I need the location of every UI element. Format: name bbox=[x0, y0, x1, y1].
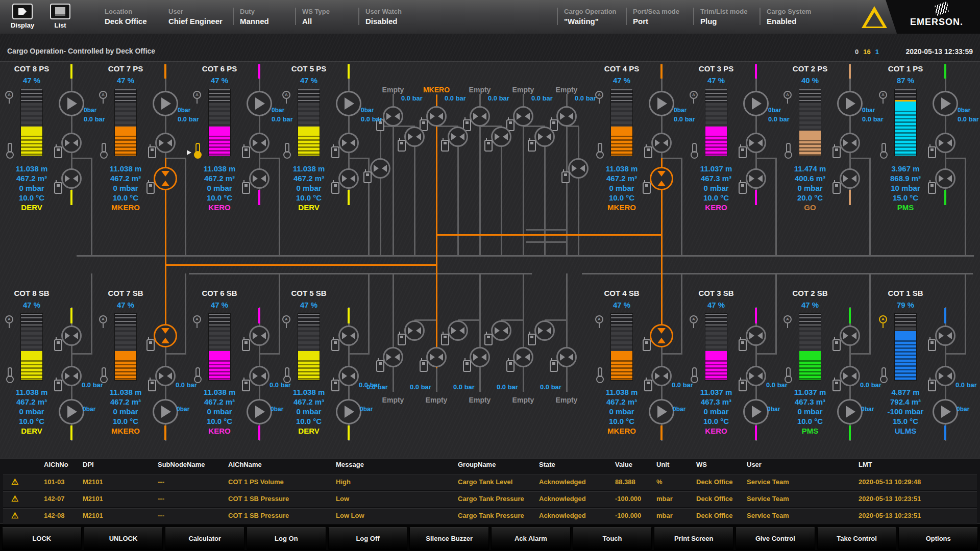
pump-icon[interactable] bbox=[336, 399, 361, 424]
tank-gauge[interactable] bbox=[799, 313, 821, 381]
valve-icon[interactable] bbox=[534, 127, 555, 147]
valve-icon[interactable] bbox=[935, 366, 955, 386]
valve-icon[interactable] bbox=[534, 320, 555, 341]
open-valve-icon[interactable] bbox=[650, 324, 673, 347]
valve-icon[interactable] bbox=[155, 366, 176, 386]
tank-gauge[interactable] bbox=[298, 89, 320, 156]
valve-icon[interactable] bbox=[935, 133, 955, 153]
valve-icon[interactable] bbox=[61, 366, 82, 386]
valve-icon[interactable] bbox=[470, 347, 490, 367]
tank-gauge[interactable] bbox=[799, 89, 821, 156]
tank-gauge[interactable] bbox=[20, 313, 43, 381]
tank-gauge[interactable] bbox=[705, 89, 727, 156]
valve-icon[interactable] bbox=[746, 133, 766, 153]
pump-icon[interactable] bbox=[933, 91, 958, 116]
valve-icon[interactable] bbox=[61, 168, 82, 189]
datetime: 2020-05-13 12:33:59 bbox=[905, 47, 973, 56]
footer-button-log-on[interactable]: Log On bbox=[247, 528, 326, 550]
valve-icon[interactable] bbox=[404, 320, 425, 341]
tank-gauge[interactable] bbox=[298, 313, 320, 381]
tank-gauge[interactable] bbox=[208, 313, 231, 381]
valve-icon[interactable] bbox=[651, 366, 672, 386]
valve-icon[interactable] bbox=[404, 127, 425, 147]
footer-button-unlock[interactable]: UNLOCK bbox=[84, 528, 163, 550]
tank-gauge[interactable] bbox=[894, 313, 917, 381]
footer-button-options[interactable]: Options bbox=[898, 528, 978, 550]
valve-icon[interactable] bbox=[491, 127, 511, 147]
valve-icon[interactable] bbox=[448, 127, 468, 147]
pump-icon[interactable] bbox=[933, 399, 958, 424]
valve-icon[interactable] bbox=[840, 133, 860, 153]
open-valve-icon[interactable] bbox=[650, 167, 673, 190]
tank-gauge[interactable] bbox=[610, 89, 633, 156]
pump-icon[interactable] bbox=[59, 399, 84, 424]
pump-icon[interactable] bbox=[837, 91, 863, 116]
tank-gauge[interactable] bbox=[610, 313, 633, 381]
pump-icon[interactable] bbox=[837, 399, 863, 424]
footer-button-log-off[interactable]: Log Off bbox=[328, 528, 408, 550]
valve-icon[interactable] bbox=[370, 158, 390, 179]
tank-gauge[interactable] bbox=[705, 313, 727, 381]
screen bbox=[835, 382, 838, 384]
valve-icon[interactable] bbox=[513, 106, 533, 127]
footer-button-touch[interactable]: Touch bbox=[573, 528, 652, 550]
valve-icon[interactable] bbox=[338, 133, 359, 153]
pump-icon[interactable] bbox=[649, 399, 674, 424]
valve-icon[interactable] bbox=[651, 133, 672, 153]
pump-icon[interactable] bbox=[743, 91, 769, 116]
tank-gauge[interactable] bbox=[114, 313, 137, 381]
valve-icon[interactable] bbox=[383, 106, 403, 127]
pump-icon[interactable] bbox=[247, 91, 272, 116]
valve-icon[interactable] bbox=[513, 347, 533, 367]
pump-icon[interactable] bbox=[649, 91, 674, 116]
footer-button-take-control[interactable]: Take Control bbox=[817, 528, 897, 550]
antenna bbox=[243, 180, 244, 183]
valve-icon[interactable] bbox=[470, 106, 490, 127]
footer-button-print-screen[interactable]: Print Screen bbox=[654, 528, 733, 550]
valve-icon[interactable] bbox=[840, 325, 860, 346]
footer-button-ack-alarm[interactable]: Ack Alarm bbox=[491, 528, 571, 550]
nav-button-list[interactable]: List bbox=[45, 4, 76, 29]
tank-gauge[interactable] bbox=[20, 89, 43, 156]
pump-icon[interactable] bbox=[743, 399, 769, 424]
tank-gauge[interactable] bbox=[894, 89, 917, 156]
valve-icon[interactable] bbox=[746, 366, 766, 386]
valve-icon[interactable] bbox=[556, 347, 577, 367]
alarm-warning-triangle-icon[interactable] bbox=[862, 6, 887, 29]
valve-icon[interactable] bbox=[935, 325, 955, 346]
open-valve-icon[interactable] bbox=[154, 324, 177, 347]
pump-icon[interactable] bbox=[59, 91, 84, 116]
valve-icon[interactable] bbox=[556, 106, 577, 127]
valve-icon[interactable] bbox=[249, 168, 270, 189]
valve-icon[interactable] bbox=[338, 366, 359, 386]
valve-icon[interactable] bbox=[746, 325, 766, 346]
open-valve-icon[interactable] bbox=[154, 167, 177, 190]
footer-button-lock[interactable]: LOCK bbox=[2, 528, 82, 550]
tank-gauge[interactable] bbox=[114, 89, 137, 156]
valve-icon[interactable] bbox=[383, 347, 403, 367]
valve-icon[interactable] bbox=[426, 106, 447, 127]
valve-icon[interactable] bbox=[448, 320, 468, 341]
valve-icon[interactable] bbox=[61, 325, 82, 346]
footer-button-silence-buzzer[interactable]: Silence Buzzer bbox=[409, 528, 489, 550]
valve-icon[interactable] bbox=[249, 133, 270, 153]
tank-gauge[interactable] bbox=[208, 89, 231, 156]
footer-button-give-control[interactable]: Give Control bbox=[736, 528, 815, 550]
valve-icon[interactable] bbox=[249, 325, 270, 346]
valve-icon[interactable] bbox=[491, 320, 511, 341]
footer-button-calculator[interactable]: Calculator bbox=[165, 528, 244, 550]
valve-icon[interactable] bbox=[426, 347, 447, 367]
pump-icon[interactable] bbox=[153, 91, 178, 116]
valve-icon[interactable] bbox=[840, 168, 860, 189]
valve-icon[interactable] bbox=[155, 133, 176, 153]
valve-icon[interactable] bbox=[935, 168, 955, 189]
valve-icon[interactable] bbox=[338, 168, 359, 189]
valve-icon[interactable] bbox=[746, 168, 766, 189]
pump-icon[interactable] bbox=[153, 399, 178, 424]
nav-button-display[interactable]: Display bbox=[7, 4, 38, 29]
valve-icon[interactable] bbox=[840, 366, 860, 386]
valve-icon[interactable] bbox=[338, 325, 359, 346]
valve-icon[interactable] bbox=[249, 366, 270, 386]
valve-icon[interactable] bbox=[61, 133, 82, 153]
pump-icon[interactable] bbox=[336, 91, 361, 116]
